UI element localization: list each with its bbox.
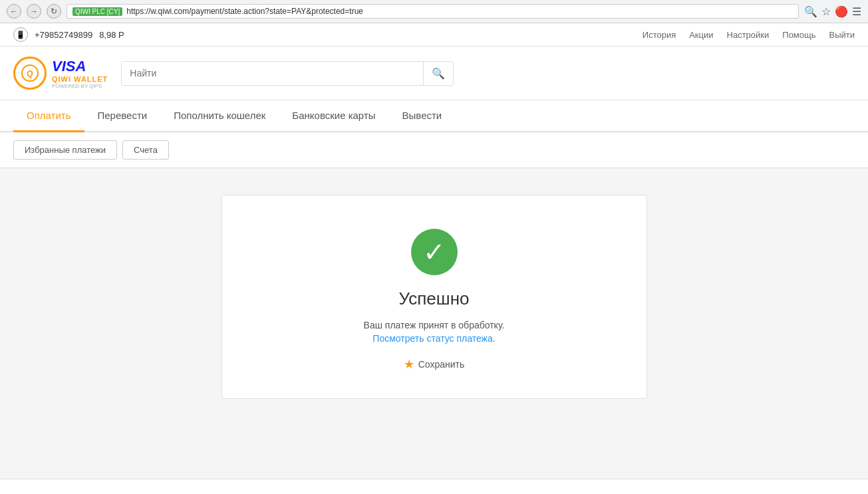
reload-button[interactable]: ↻ bbox=[47, 4, 61, 19]
forward-button[interactable]: → bbox=[27, 4, 41, 19]
qiwi-logo-icon: Q bbox=[21, 64, 39, 82]
star-icon: ★ bbox=[404, 357, 414, 372]
main-content: ✓ Успешно Ваш платеж принят в обработку.… bbox=[0, 168, 868, 426]
logout-link[interactable]: Выйти bbox=[829, 30, 855, 40]
extension-icon[interactable]: 🔴 bbox=[835, 5, 848, 18]
balance: 8,98 Р bbox=[99, 30, 124, 40]
phone-number: +79852749899 bbox=[35, 30, 92, 40]
top-bar-left: 📱 +79852749899 8,98 Р bbox=[13, 27, 124, 42]
logo: Q VISA QIWI WALLET POWERED BY QIPS bbox=[13, 57, 108, 90]
success-card: ✓ Успешно Ваш платеж принят в обработку.… bbox=[221, 195, 647, 399]
top-bar-right: История Акции Настройки Помощь Выйти bbox=[643, 30, 855, 40]
sub-tabs: Избранные платежи Счета bbox=[0, 132, 868, 168]
success-subtitle: Ваш платеж принят в обработку. bbox=[249, 320, 620, 330]
save-button[interactable]: ★ Сохранить bbox=[404, 357, 465, 372]
view-status-link[interactable]: Посмотреть статус платежа. bbox=[372, 333, 495, 344]
main-header: Q VISA QIWI WALLET POWERED BY QIPS 🔍 bbox=[0, 47, 868, 100]
subtab-accounts[interactable]: Счета bbox=[122, 140, 169, 160]
success-title: Успешно bbox=[249, 289, 620, 309]
browser-icons: 🔍 ☆ 🔴 ☰ bbox=[804, 5, 861, 18]
main-nav: Оплатить Перевести Пополнить кошелек Бан… bbox=[0, 100, 868, 132]
top-bar: 📱 +79852749899 8,98 Р История Акции Наст… bbox=[0, 23, 868, 47]
menu-icon[interactable]: ☰ bbox=[852, 5, 861, 18]
footer: Q VISA QIWI WALLET © QIWI, 2014 Что тако… bbox=[0, 479, 868, 494]
url-bar[interactable]: QIWI PLC [CY] https://w.qiwi.com/payment… bbox=[67, 4, 799, 19]
save-label: Сохранить bbox=[418, 359, 465, 370]
bookmark-icon[interactable]: ☆ bbox=[821, 5, 831, 18]
help-link[interactable]: Помощь bbox=[782, 30, 815, 40]
tab-oplatit[interactable]: Оплатить bbox=[13, 100, 84, 132]
phone-icon: 📱 bbox=[13, 27, 28, 42]
powered-text: POWERED BY QIPS bbox=[52, 83, 108, 89]
url-text: https://w.qiwi.com/payment/state.action?… bbox=[126, 7, 363, 16]
tab-vyvesti[interactable]: Вывести bbox=[389, 100, 456, 132]
tab-bankovskie[interactable]: Банковские карты bbox=[279, 100, 388, 132]
svg-text:Q: Q bbox=[27, 69, 33, 78]
subtab-favorites[interactable]: Избранные платежи bbox=[13, 140, 117, 160]
success-icon: ✓ bbox=[411, 229, 458, 275]
back-button[interactable]: ← bbox=[7, 4, 21, 19]
settings-link[interactable]: Настройки bbox=[727, 30, 770, 40]
search-bar: 🔍 bbox=[121, 61, 454, 86]
visa-text: VISA bbox=[52, 58, 108, 75]
history-link[interactable]: История bbox=[643, 30, 676, 40]
search-input[interactable] bbox=[122, 62, 423, 85]
below-content bbox=[0, 426, 868, 479]
search-icon[interactable]: 🔍 bbox=[804, 5, 817, 18]
search-button[interactable]: 🔍 bbox=[423, 62, 453, 85]
promotions-link[interactable]: Акции bbox=[689, 30, 713, 40]
secure-badge: QIWI PLC [CY] bbox=[72, 7, 122, 16]
browser-chrome: ← → ↻ QIWI PLC [CY] https://w.qiwi.com/p… bbox=[0, 0, 868, 23]
qiwi-wallet-text: QIWI WALLET bbox=[52, 75, 108, 83]
tab-perevesti[interactable]: Перевести bbox=[84, 100, 161, 132]
tab-popolnit[interactable]: Пополнить кошелек bbox=[160, 100, 279, 132]
